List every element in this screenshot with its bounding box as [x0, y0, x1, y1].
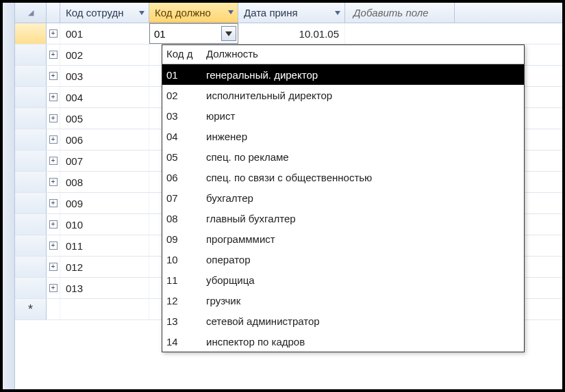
dropdown-item[interactable]: 09программмист: [162, 228, 524, 249]
combobox-dropdown-button[interactable]: [221, 26, 236, 41]
new-record-indicator[interactable]: [15, 299, 47, 319]
cell-employee-code[interactable]: 001: [60, 23, 149, 44]
cell-employee-code[interactable]: 003: [60, 66, 149, 86]
add-field-column[interactable]: Добавить поле: [345, 3, 455, 23]
plus-icon: +: [49, 135, 58, 144]
cell-employee-code[interactable]: 013: [60, 278, 149, 298]
column-header-hire-date[interactable]: Дата приня: [238, 3, 345, 23]
dropdown-item-label: оператор: [202, 251, 524, 268]
dropdown-item[interactable]: 14инспектор по кадров: [162, 331, 524, 352]
expand-toggle[interactable]: +: [47, 235, 60, 256]
dropdown-item[interactable]: 03юрист: [162, 105, 524, 126]
cell-employee-code[interactable]: 011: [60, 235, 149, 256]
expand-toggle[interactable]: +: [47, 151, 60, 171]
cell-value: 003: [66, 70, 83, 82]
row-selector[interactable]: [15, 278, 47, 298]
cell-value: 007: [66, 155, 83, 167]
dropdown-item-code: 01: [162, 66, 202, 83]
row-selector[interactable]: [15, 66, 47, 86]
dropdown-icon: [139, 11, 145, 15]
plus-icon: +: [49, 72, 58, 80]
table-row[interactable]: + 001 10.01.05: [15, 23, 562, 44]
expand-toggle[interactable]: +: [47, 278, 60, 298]
cell-value: 012: [66, 261, 83, 273]
row-selector[interactable]: [15, 172, 47, 192]
dropdown-header: Код д Должность: [162, 45, 524, 64]
dropdown-item-code: 08: [162, 210, 202, 227]
dropdown-item[interactable]: 02исполнительный директор: [162, 85, 524, 105]
row-selector[interactable]: [15, 193, 47, 213]
cell-employee-code[interactable]: 008: [60, 172, 149, 192]
select-all-box[interactable]: ◢: [15, 3, 47, 23]
dropdown-item-code: 11: [162, 272, 202, 289]
cell-employee-code[interactable]: 009: [60, 193, 149, 213]
dropdown-item[interactable]: 11уборщица: [162, 270, 524, 290]
dropdown-item[interactable]: 10оператор: [162, 249, 524, 270]
cell-employee-code[interactable]: 012: [60, 257, 149, 277]
expand-toggle[interactable]: +: [47, 193, 60, 213]
dropdown-item-label: грузчик: [202, 292, 524, 309]
dropdown-item-label: исполнительный директор: [202, 87, 524, 104]
cell-employee-code[interactable]: 007: [60, 151, 149, 171]
dropdown-item[interactable]: 06спец. по связи с общественностью: [162, 167, 524, 187]
row-selector[interactable]: [15, 151, 47, 171]
dropdown-item-code: 06: [162, 169, 202, 186]
cell-position-code-combobox[interactable]: [149, 23, 238, 44]
row-selector[interactable]: [15, 23, 47, 44]
dropdown-item-label: инженер: [202, 128, 524, 145]
dropdown-item-label: юрист: [202, 107, 524, 125]
column-header-position-code[interactable]: Код должно: [149, 3, 238, 23]
plus-icon: +: [49, 93, 58, 101]
dropdown-item-code: 05: [162, 148, 202, 166]
expand-toggle[interactable]: +: [47, 129, 60, 150]
expand-toggle: [47, 299, 60, 319]
expand-toggle[interactable]: +: [47, 66, 60, 86]
expand-toggle[interactable]: +: [47, 214, 60, 235]
row-selector[interactable]: [15, 214, 47, 235]
cell-hire-date[interactable]: 10.01.05: [238, 23, 345, 44]
cell-value: 011: [66, 240, 83, 252]
dropdown-item[interactable]: 05спец. по рекламе: [162, 146, 524, 167]
cell-employee-code[interactable]: 005: [60, 108, 149, 129]
row-selector[interactable]: [15, 257, 47, 277]
position-lookup-dropdown[interactable]: Код д Должность 01генеральный. директор0…: [162, 44, 525, 352]
dropdown-col-code: Код д: [162, 45, 202, 64]
plus-icon: +: [49, 220, 58, 228]
plus-icon: +: [49, 157, 58, 165]
dropdown-item[interactable]: 13сетевой администратор: [162, 311, 524, 331]
dropdown-item[interactable]: 08главный бухгалтер: [162, 208, 524, 228]
vertical-scrollbar-gutter[interactable]: [3, 3, 15, 389]
dropdown-item[interactable]: 01генеральный. директор: [162, 64, 524, 85]
dropdown-item[interactable]: 12грузчик: [162, 290, 524, 311]
cell-employee-code[interactable]: 004: [60, 87, 149, 107]
cell-employee-code[interactable]: 010: [60, 214, 149, 235]
dropdown-item-code: 13: [162, 313, 202, 330]
cell-value: 005: [66, 113, 83, 125]
plus-icon: +: [49, 178, 58, 186]
expand-column-header[interactable]: [47, 3, 60, 23]
cell-value: 010: [66, 219, 83, 231]
row-selector[interactable]: [15, 129, 47, 150]
row-selector[interactable]: [15, 108, 47, 129]
expand-toggle[interactable]: +: [47, 172, 60, 192]
expand-toggle[interactable]: +: [47, 23, 60, 44]
expand-toggle[interactable]: +: [47, 87, 60, 107]
expand-toggle[interactable]: +: [47, 257, 60, 277]
row-selector[interactable]: [15, 87, 47, 107]
datasheet-grid: ◢ Код сотрудн Код должно Дата приня Доба…: [15, 3, 562, 389]
cell-employee-code[interactable]: 006: [60, 129, 149, 150]
dropdown-item[interactable]: 07бухгалтер: [162, 187, 524, 208]
cell-employee-code[interactable]: 002: [60, 44, 149, 65]
expand-toggle[interactable]: +: [47, 108, 60, 129]
dropdown-item[interactable]: 04инженер: [162, 126, 524, 146]
dropdown-item-code: 10: [162, 251, 202, 268]
dropdown-item-code: 09: [162, 231, 202, 248]
column-header-employee-code[interactable]: Код сотрудн: [60, 3, 149, 23]
row-selector[interactable]: [15, 235, 47, 256]
add-field-label: Добавить поле: [353, 7, 429, 18]
row-selector[interactable]: [15, 44, 47, 65]
position-code-input[interactable]: [150, 28, 221, 40]
expand-toggle[interactable]: +: [47, 44, 60, 65]
dropdown-item-code: 02: [162, 87, 202, 104]
cell-employee-code[interactable]: [60, 299, 149, 319]
